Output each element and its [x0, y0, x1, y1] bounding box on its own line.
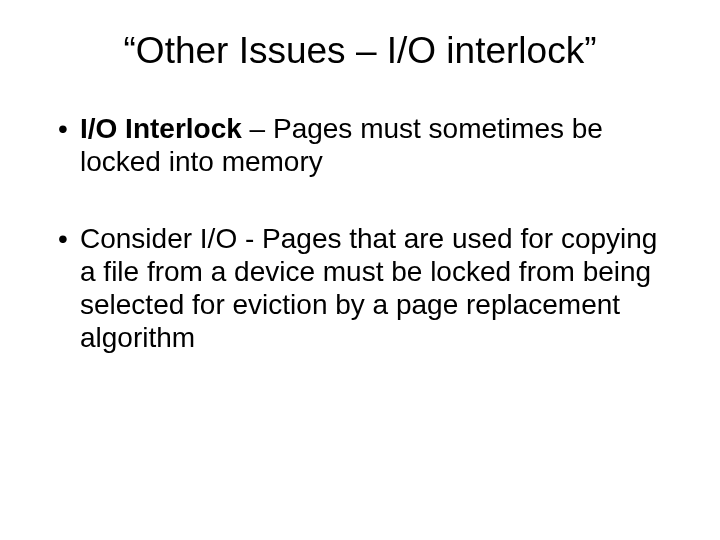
- bullet-list: I/O Interlock – Pages must sometimes be …: [40, 112, 680, 354]
- slide-title: “Other Issues – I/O interlock”: [40, 30, 680, 72]
- bullet-lead: I/O Interlock: [80, 113, 250, 144]
- bullet-text: Consider I/O - Pages that are used for c…: [80, 223, 657, 353]
- list-item: I/O Interlock – Pages must sometimes be …: [58, 112, 680, 178]
- list-item: Consider I/O - Pages that are used for c…: [58, 222, 680, 354]
- slide: “Other Issues – I/O interlock” I/O Inter…: [0, 0, 720, 540]
